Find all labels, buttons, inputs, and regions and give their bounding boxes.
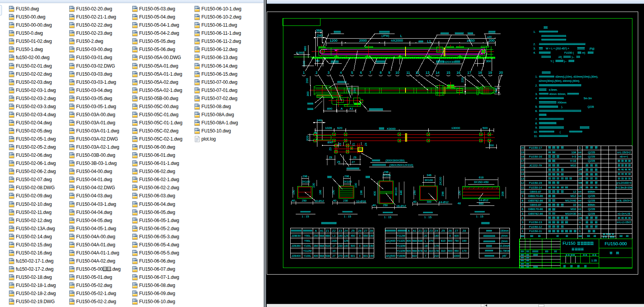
svg-text:M12: M12 [571,194,576,198]
svg-text:n1: n1 [578,207,581,211]
svg-text:65Mn: 65Mn [588,203,595,207]
svg-text:JZ(: JZ( [558,56,562,59]
svg-text:310: 310 [441,249,446,252]
svg-text:90: 90 [314,131,317,134]
svg-text:A: A [341,107,343,110]
svg-text:16: 16 [457,71,460,75]
svg-text:3X100: 3X100 [424,178,433,182]
svg-text:296: 296 [384,170,389,174]
svg-text:350: 350 [313,244,318,247]
svg-text:1: 1 [522,229,523,233]
svg-text:179: 179 [434,244,439,247]
svg-text:15: 15 [446,71,450,75]
svg-text:M12X40: M12X40 [566,199,576,202]
svg-text:400: 400 [313,254,318,257]
svg-text:500: 500 [351,244,355,247]
svg-text:2X100: 2X100 [302,180,310,183]
svg-text:JZQ500: JZQ500 [386,254,395,258]
svg-text:500: 500 [482,126,488,130]
svg-text:(300X300X350): (300X300X350) [385,159,404,162]
svg-text:20: 20 [424,234,427,237]
svg-text:Z6: Z6 [353,156,356,159]
svg-text:Y132M: Y132M [397,249,405,252]
svg-text:240: 240 [317,34,323,37]
svg-text:4: 4 [522,216,523,220]
svg-text:14-Ø12: 14-Ø12 [439,200,448,204]
svg-text:3: 3 [522,220,523,224]
svg-text:17: 17 [521,159,524,163]
svg-text:3.: 3. [533,47,536,50]
svg-text:Z4: Z4 [435,229,438,232]
svg-text:40mm~60mm,: 40mm~60mm, [549,93,566,95]
svg-text:Z1: Z1 [352,143,355,146]
svg-text:1.: 1. [533,30,536,34]
svg-text:W = L + (202-457) +: W = L + (202-457) + [546,47,569,50]
svg-text:250: 250 [383,204,388,207]
svg-text:140: 140 [344,244,348,247]
svg-text:230: 230 [338,244,343,247]
svg-text:1 : 15: 1 : 15 [302,215,309,218]
svg-text:0: 0 [359,234,361,237]
svg-text:Q235: Q235 [588,159,595,163]
svg-text:X90mm: X90mm [557,101,567,104]
svg-text:(: ( [560,131,561,134]
svg-text:14: 14 [436,71,440,75]
svg-text:Z3: Z3 [329,148,332,151]
svg-text:JZ8E50: JZ8E50 [291,234,301,237]
svg-text:601: 601 [363,254,368,257]
svg-text:150: 150 [458,191,461,196]
svg-text:300: 300 [427,200,432,204]
svg-text:40: 40 [292,199,295,202]
svg-text:568: 568 [412,249,417,252]
svg-text:950: 950 [454,249,459,252]
svg-text:5m-3m: 5m-3m [584,97,592,100]
svg-text:t=3: t=3 [572,155,576,158]
svg-text:Z4: Z4 [344,229,348,232]
svg-text:2X100: 2X100 [439,177,442,185]
svg-text:Y90L: Y90L [304,234,310,237]
svg-text:6: 6 [360,71,362,75]
svg-text:6: 6 [522,207,523,211]
svg-text:n6=n+1: n6=n+1 [620,155,629,158]
svg-text:1:35: 1:35 [591,259,597,262]
svg-text:Z8: Z8 [463,229,466,232]
svg-text:L: L [400,34,402,38]
svg-text:Q235: Q235 [588,155,595,158]
svg-text:(Kg): (Kg) [589,47,595,50]
svg-text:300: 300 [306,92,310,97]
svg-text:400: 400 [373,191,377,196]
svg-text:0: 0 [450,234,451,237]
svg-text:A1: A1 [349,107,353,110]
svg-text:2000: 2000 [359,39,367,42]
svg-text:538: 538 [418,239,423,242]
svg-text:M10: M10 [571,164,576,167]
svg-text:d2mm(30m(L(50m), d4mm(L)50m).: d2mm(30m(L(50m), d4mm(L)50m). [539,80,580,83]
svg-text:2: 2 [315,71,317,75]
svg-text:Z8: Z8 [370,229,373,232]
svg-text:FU150-11: FU150-11 [529,229,542,233]
svg-text:A: A [315,229,317,232]
svg-text:3: 3 [327,71,329,75]
svg-text:2: 2 [578,172,580,176]
svg-text:≥850: ≥850 [467,39,475,42]
svg-text:200: 200 [489,39,494,42]
svg-text:Y132S: Y132S [397,239,405,242]
svg-text:310: 310 [429,249,433,252]
svg-text:125: 125 [344,239,348,242]
svg-text:Z8: Z8 [329,156,332,159]
svg-text:48: 48 [458,202,461,205]
svg-text:250: 250 [413,190,416,195]
svg-text:(45°: (45° [502,254,507,258]
svg-text:890: 890 [327,107,332,110]
svg-text:4.: 4. [535,97,538,100]
svg-text:230: 230 [343,199,348,202]
svg-text:5.: 5. [535,105,538,109]
svg-text:140: 140 [434,234,439,237]
svg-text:8.: 8. [535,122,538,125]
svg-text:125: 125 [344,234,348,237]
svg-text:L: L [425,239,426,242]
svg-text:M10: M10 [571,207,576,211]
svg-text:(4mm: (4mm [501,234,508,237]
svg-text:Z2: Z2 [339,143,341,146]
svg-text:200: 200 [305,78,309,83]
